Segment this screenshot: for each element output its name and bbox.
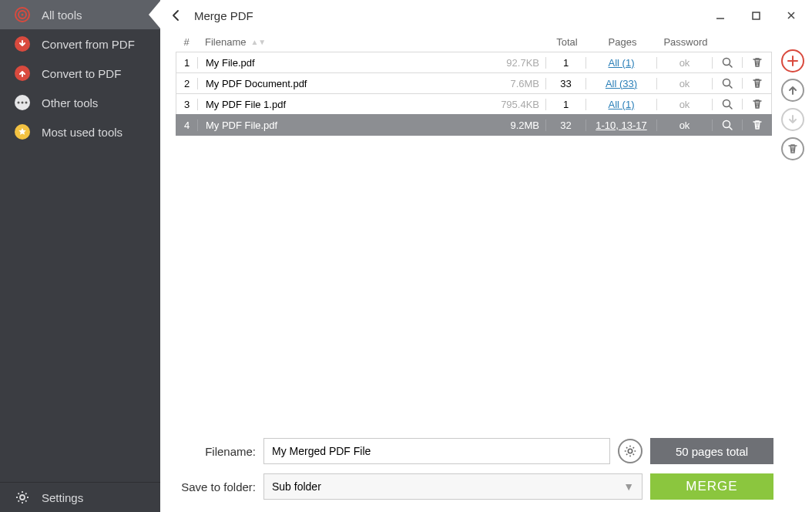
sidebar-item-most-used-tools[interactable]: Most used tools bbox=[0, 117, 160, 147]
gear-icon bbox=[14, 489, 31, 506]
merge-button[interactable]: MERGE bbox=[650, 473, 773, 500]
row-total: 1 bbox=[546, 99, 586, 110]
window-minimize-button[interactable] bbox=[703, 0, 738, 31]
filename-label: Filename: bbox=[176, 445, 256, 458]
table-row[interactable]: 3My PDF File 1.pdf795.4KB1All (1)ok bbox=[176, 93, 772, 115]
row-password: ok bbox=[657, 78, 713, 89]
delete-row-button[interactable] bbox=[742, 120, 771, 130]
delete-row-button[interactable] bbox=[742, 78, 771, 89]
row-filename: My PDF File.pdf bbox=[198, 120, 492, 131]
sidebar-item-label: Most used tools bbox=[42, 126, 122, 139]
svg-point-8 bbox=[723, 58, 730, 65]
svg-point-9 bbox=[723, 79, 730, 86]
add-file-button[interactable] bbox=[781, 49, 804, 72]
row-password: ok bbox=[657, 57, 713, 69]
sidebar: All tools Convert from PDF Convert to PD… bbox=[0, 0, 160, 512]
sidebar-item-convert-to-pdf[interactable]: Convert to PDF bbox=[0, 59, 160, 88]
svg-point-6 bbox=[20, 495, 25, 500]
row-filename: My PDF File 1.pdf bbox=[198, 99, 492, 110]
svg-point-12 bbox=[628, 449, 632, 453]
side-actions bbox=[778, 31, 807, 429]
table-row[interactable]: 4My PDF File.pdf9.2MB321-10, 13-17ok bbox=[176, 114, 772, 136]
main-panel: Merge PDF # Filename▲▼ Total Pages Passw… bbox=[160, 0, 812, 512]
page-title: Merge PDF bbox=[194, 9, 253, 22]
svg-point-10 bbox=[723, 99, 730, 106]
row-number: 3 bbox=[176, 99, 198, 110]
window-maximize-button[interactable] bbox=[738, 0, 773, 31]
back-button[interactable] bbox=[163, 8, 190, 22]
preview-button[interactable] bbox=[713, 57, 742, 69]
arrow-up-circle-icon bbox=[14, 65, 31, 82]
preview-button[interactable] bbox=[713, 78, 742, 89]
col-header-password[interactable]: Password bbox=[658, 36, 713, 48]
remove-all-button[interactable] bbox=[781, 137, 804, 160]
bottom-form: Filename: 50 pages total Save to folder:… bbox=[160, 429, 812, 512]
sidebar-item-convert-from-pdf[interactable]: Convert from PDF bbox=[0, 29, 160, 59]
svg-point-5 bbox=[25, 102, 28, 104]
row-number: 1 bbox=[176, 57, 198, 69]
col-header-total[interactable]: Total bbox=[547, 36, 587, 48]
delete-row-button[interactable] bbox=[742, 99, 771, 109]
filename-input[interactable] bbox=[263, 438, 610, 464]
sidebar-item-settings[interactable]: Settings bbox=[0, 483, 160, 512]
row-number: 2 bbox=[176, 78, 198, 89]
sidebar-item-label: Convert to PDF bbox=[42, 67, 121, 80]
dots-icon bbox=[14, 94, 31, 111]
svg-point-2 bbox=[22, 14, 24, 16]
sidebar-item-label: All tools bbox=[42, 8, 82, 22]
sidebar-item-label: Other tools bbox=[42, 96, 98, 109]
svg-point-4 bbox=[22, 102, 24, 104]
svg-point-3 bbox=[18, 102, 20, 104]
move-down-button[interactable] bbox=[781, 108, 804, 131]
row-size: 92.7KB bbox=[492, 57, 546, 69]
row-pages[interactable]: All (1) bbox=[586, 57, 657, 69]
row-size: 795.4KB bbox=[492, 99, 546, 110]
target-icon bbox=[14, 6, 31, 23]
row-size: 7.6MB bbox=[492, 78, 546, 89]
row-filename: My PDF Document.pdf bbox=[198, 78, 492, 89]
row-total: 1 bbox=[546, 57, 586, 69]
row-filename: My File.pdf bbox=[198, 57, 492, 69]
table-row[interactable]: 2My PDF Document.pdf7.6MB33All (33)ok bbox=[176, 72, 772, 94]
col-header-pages[interactable]: Pages bbox=[587, 36, 658, 48]
chevron-down-icon: ▼ bbox=[623, 480, 634, 493]
svg-rect-7 bbox=[753, 12, 760, 19]
sidebar-item-label: Settings bbox=[42, 491, 83, 504]
row-size: 9.2MB bbox=[492, 120, 546, 131]
col-header-num[interactable]: # bbox=[176, 36, 197, 48]
folder-label: Save to folder: bbox=[176, 480, 256, 493]
row-password: ok bbox=[657, 120, 713, 131]
pages-total-badge: 50 pages total bbox=[650, 438, 773, 464]
titlebar: Merge PDF bbox=[160, 0, 812, 31]
row-pages[interactable]: All (33) bbox=[586, 78, 657, 89]
col-header-filename[interactable]: Filename▲▼ bbox=[197, 36, 493, 48]
row-number: 4 bbox=[176, 120, 198, 131]
row-password: ok bbox=[657, 99, 713, 110]
table-row[interactable]: 1My File.pdf92.7KB1All (1)ok bbox=[176, 52, 772, 73]
delete-row-button[interactable] bbox=[742, 57, 771, 68]
sort-icon: ▲▼ bbox=[250, 38, 266, 46]
settings-button[interactable] bbox=[618, 439, 643, 463]
row-pages[interactable]: 1-10, 13-17 bbox=[586, 120, 657, 131]
preview-button[interactable] bbox=[713, 120, 742, 131]
row-total: 32 bbox=[546, 120, 586, 131]
window-close-button[interactable] bbox=[773, 0, 809, 31]
arrow-down-circle-icon bbox=[14, 35, 31, 52]
sidebar-item-other-tools[interactable]: Other tools bbox=[0, 88, 160, 117]
preview-button[interactable] bbox=[713, 99, 742, 110]
file-table: # Filename▲▼ Total Pages Password 1My Fi… bbox=[176, 31, 772, 429]
row-pages[interactable]: All (1) bbox=[586, 99, 657, 110]
save-folder-select[interactable]: Sub folder ▼ bbox=[263, 473, 643, 500]
table-header: # Filename▲▼ Total Pages Password bbox=[176, 31, 772, 52]
row-total: 33 bbox=[546, 78, 586, 89]
sidebar-item-all-tools[interactable]: All tools bbox=[0, 0, 160, 29]
star-icon bbox=[14, 123, 31, 140]
move-up-button[interactable] bbox=[781, 79, 804, 102]
sidebar-item-label: Convert from PDF bbox=[42, 38, 135, 51]
svg-point-11 bbox=[723, 120, 730, 127]
